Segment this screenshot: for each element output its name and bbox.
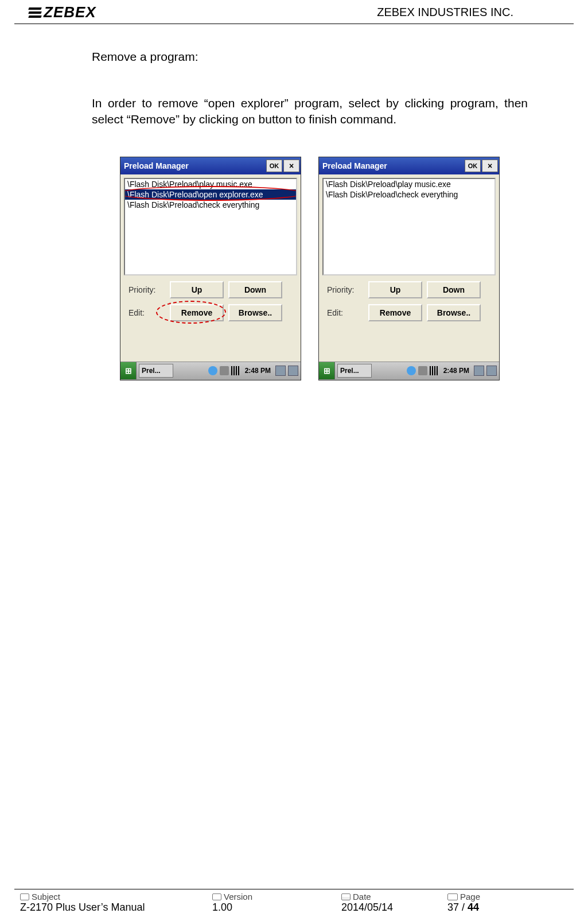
footer-version: Version 1.00 [212,892,341,914]
browse-button[interactable]: Browse.. [427,304,481,321]
list-item[interactable]: \Flash Disk\Preload\check everything [324,189,494,200]
calendar-icon [341,893,351,900]
priority-row: Priority: Up Down [120,275,301,298]
tray-status-icon[interactable] [220,366,229,375]
tray-desktop-icon[interactable] [275,366,286,376]
start-button[interactable]: ⊞ [120,362,137,379]
remove-button[interactable]: Remove [170,304,224,321]
document-icon [212,893,221,900]
priority-row: Priority: Up Down [319,275,499,298]
edit-label: Edit: [128,308,165,317]
footer-subject: Subject Z-2170 Plus User’s Manual [20,892,212,914]
taskbar-app-button[interactable]: Prel... [337,364,372,378]
tray-desktop-icon[interactable] [474,366,484,376]
footer-page: Page 37 / 44 [447,892,480,914]
tray-network-icon[interactable] [407,366,416,375]
ok-button[interactable]: OK [465,160,481,172]
taskbar: ⊞ Prel... 2:48 PM [120,362,301,380]
system-tray: 2:48 PM [208,366,301,376]
device-screen-before: Preload Manager OK × \Flash Disk\Preload… [120,157,301,380]
book-icon [447,893,458,900]
list-item[interactable]: \Flash Disk\Preload\check everything [125,200,296,210]
company-name: ZEBEX INDUSTRIES INC. [377,6,513,19]
remove-button[interactable]: Remove [368,304,422,321]
down-button[interactable]: Down [427,281,481,298]
down-button[interactable]: Down [228,281,282,298]
system-tray: 2:48 PM [407,366,499,376]
up-button[interactable]: Up [368,281,422,298]
logo: ZEBEX [29,3,96,21]
body-text: In order to remove “open explorer” progr… [92,95,528,128]
list-item[interactable]: \Flash Disk\Preload\open explorer.exe [125,189,296,200]
taskbar-app-button[interactable]: Prel... [139,364,173,378]
footer-date: Date 2014/05/14 [341,892,447,914]
titlebar: Preload Manager OK × [120,157,301,174]
up-button[interactable]: Up [170,281,224,298]
logo-text: ZEBEX [44,3,96,21]
tray-signal-icon[interactable] [231,366,240,375]
tray-signal-icon[interactable] [430,366,439,375]
list-item[interactable]: \Flash Disk\Preload\play music.exe [125,179,296,189]
close-button[interactable]: × [482,160,498,172]
browse-button[interactable]: Browse.. [228,304,282,321]
page-footer: Subject Z-2170 Plus User’s Manual Versio… [14,889,574,917]
program-listbox[interactable]: \Flash Disk\Preload\play music.exe \Flas… [124,178,297,275]
taskbar-clock[interactable]: 2:48 PM [243,367,273,375]
tray-status-icon[interactable] [418,366,427,375]
program-listbox[interactable]: \Flash Disk\Preload\play music.exe \Flas… [322,178,496,275]
page-header: ZEBEX ZEBEX INDUSTRIES INC. [14,0,574,24]
priority-label: Priority: [327,285,364,294]
folder-icon [20,893,29,900]
window-title: Preload Manager [124,161,265,170]
titlebar: Preload Manager OK × [319,157,499,174]
start-button[interactable]: ⊞ [319,362,335,379]
window-title: Preload Manager [322,161,464,170]
taskbar-clock[interactable]: 2:48 PM [441,367,472,375]
tray-windows-icon[interactable] [486,366,497,376]
edit-label: Edit: [327,308,364,317]
close-button[interactable]: × [283,160,299,172]
device-screen-after: Preload Manager OK × \Flash Disk\Preload… [318,157,500,380]
ok-button[interactable]: OK [266,160,282,172]
page-content: Remove a program: In order to remove “op… [0,24,588,380]
edit-row: Edit: Remove Browse.. [120,298,301,321]
list-item[interactable]: \Flash Disk\Preload\play music.exe [324,179,494,189]
section-title: Remove a program: [92,50,528,64]
screenshots-row: Preload Manager OK × \Flash Disk\Preload… [92,157,528,380]
edit-row: Edit: Remove Browse.. [319,298,499,321]
logo-stripes-icon [29,7,41,18]
tray-network-icon[interactable] [208,366,217,375]
priority-label: Priority: [128,285,165,294]
taskbar: ⊞ Prel... 2:48 PM [319,362,499,380]
tray-windows-icon[interactable] [288,366,298,376]
